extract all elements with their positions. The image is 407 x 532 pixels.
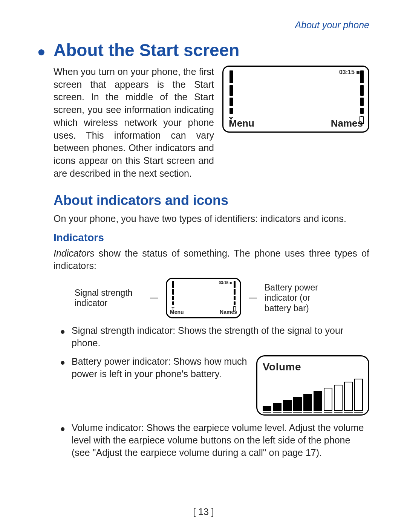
- phone-screen-small: 03:15 ■ Menu Names: [166, 278, 241, 318]
- softkey-menu: Menu: [170, 309, 184, 316]
- signal-strength-indicator: [227, 70, 235, 124]
- volume-figure: Volume: [256, 355, 369, 416]
- callout-line-left: [150, 298, 158, 298]
- battery-power-indicator: [233, 281, 236, 312]
- intro-block: When you turn on your phone, the first s…: [38, 66, 369, 180]
- bullet-volume: Volume indicator: Shows the earpiece vol…: [60, 422, 369, 459]
- section-title: About the Start screen: [38, 38, 369, 62]
- intro-paragraph: When you turn on your phone, the first s…: [54, 66, 214, 180]
- bullet-signal: Signal strength indicator: Shows the str…: [60, 324, 369, 349]
- callout-line-right: [249, 298, 257, 298]
- phone-screen-large: 03:15 ■ Menu Names: [222, 66, 369, 133]
- indicators-title: Indicators: [54, 231, 369, 245]
- clock-indicator: 03:15 ■: [219, 280, 232, 286]
- subsection-title: About indicators and icons: [54, 191, 369, 210]
- softkey-names: Names: [220, 309, 237, 316]
- indicators-figure: Signal strength indicator: [38, 278, 369, 318]
- softkey-names: Names: [331, 117, 363, 130]
- bullet-battery: Battery power indicator: Shows how much …: [60, 355, 369, 416]
- figure-label-signal: Signal strength indicator: [75, 288, 142, 309]
- start-screen-figure: 03:15 ■ Menu Names: [222, 66, 369, 133]
- indicators-bullet-list: Signal strength indicator: Shows the str…: [38, 324, 369, 459]
- clock-indicator: 03:15 ■: [339, 68, 360, 76]
- figure-label-battery: Battery power indicator (or battery bar): [265, 283, 332, 314]
- indicators-intro: Indicators show the status of something.…: [38, 247, 369, 273]
- page-number: [ 13 ]: [0, 506, 407, 518]
- volume-bars: [263, 374, 363, 414]
- running-header: About your phone: [38, 19, 369, 32]
- subsection-paragraph: On your phone, you have two types of ide…: [38, 212, 369, 225]
- manual-page: About your phone About the Start screen …: [0, 0, 407, 532]
- volume-title: Volume: [263, 360, 363, 374]
- signal-strength-indicator: [171, 281, 175, 311]
- softkey-menu: Menu: [229, 117, 254, 130]
